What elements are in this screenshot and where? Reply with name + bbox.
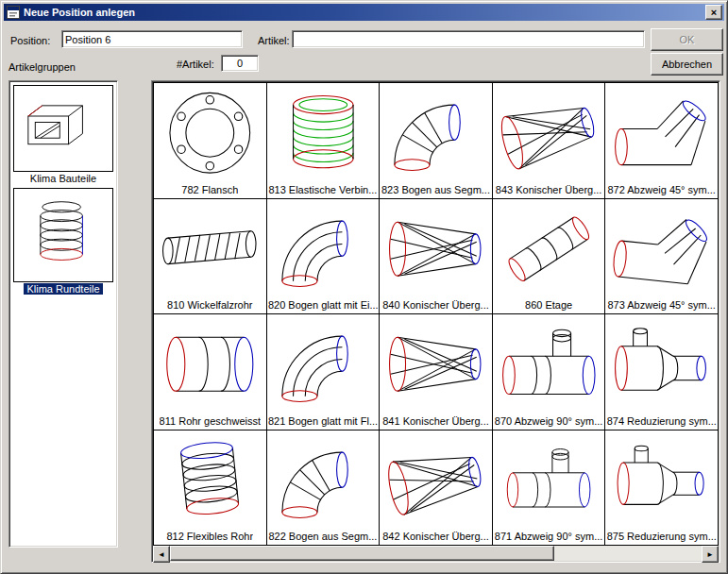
article-grid: 782 Flansch 813 Elastische Verbin... 823… [153,82,719,546]
article-cell[interactable]: 843 Konischer Überg... [493,83,606,199]
article-label: 812 Flexibles Rohr [166,530,253,544]
article-label: 872 Abzweig 45° sym... [607,183,715,197]
article-label: 821 Bogen glatt mit Fl... [268,414,378,429]
article-label: 842 Konischer Überg... [382,530,489,544]
artikelgruppen-label: Artikelgruppen [8,61,76,73]
article-label: 874 Reduzierung sym... [607,414,717,429]
article-cell[interactable]: 812 Flexibles Rohr [154,430,267,547]
branch-90-icon [493,430,605,531]
close-button[interactable]: × [705,5,722,20]
article-label: 870 Abzweig 90° sym... [495,414,602,429]
article-cell[interactable]: 822 Bogen aus Segm... [267,430,381,547]
article-cell[interactable]: 841 Konischer Überg... [380,314,493,430]
position-input[interactable] [61,30,243,48]
round-duct-icon [14,189,112,281]
segment-elbow-icon [267,430,380,531]
titlebar[interactable]: Neue Position anlegen × [4,4,724,21]
elastic-connector-icon [267,83,380,183]
article-label: 820 Bogen glatt mit Ei... [268,298,378,312]
artikelgruppen-list[interactable]: Klima Bauteile Klima Rundteile [8,80,118,548]
article-label: 810 Wickelfalzrohr [167,298,252,312]
segment-elbow-icon [380,83,492,183]
artikel-input[interactable] [292,30,645,48]
branch-45-icon [605,83,718,183]
article-cell[interactable]: 842 Konischer Überg... [380,430,493,547]
branch-90-icon [493,314,605,414]
article-cell[interactable]: 874 Reduzierung sym... [605,314,719,430]
article-label: 875 Reduzierung sym... [607,530,717,544]
article-label: 782 Flansch [181,183,238,197]
spiral-pipe-icon [154,199,266,299]
smooth-elbow-icon [267,314,380,414]
article-label: 823 Bogen aus Segm... [381,183,490,197]
article-cell[interactable]: 875 Reduzierung sym... [605,430,719,547]
smooth-elbow-icon [267,199,380,299]
article-label: 860 Etage [525,298,572,312]
article-label: 811 Rohr geschweisst [160,414,261,429]
article-cell[interactable]: 823 Bogen aus Segm... [380,83,493,199]
artikel-count-value: 0 [221,55,259,72]
window-title: Neue Position anlegen [24,7,705,18]
scroll-left-button[interactable]: ◄ [153,546,170,563]
dialog-window: Neue Position anlegen × Position: Artike… [0,0,728,574]
article-label: 822 Bogen aus Segm... [268,530,377,544]
welded-pipe-icon [154,314,266,414]
scroll-right-button[interactable]: ► [702,546,719,563]
flange-icon [154,83,266,183]
ok-button[interactable]: OK [651,28,723,51]
position-label: Position: [10,35,50,46]
abbrechen-button[interactable]: Abbrechen [651,53,723,76]
rect-duct-icon [14,86,112,171]
article-grid-panel: 782 Flansch 813 Elastische Verbin... 823… [151,80,720,563]
article-cell[interactable]: 873 Abzweig 45° sym... [605,199,719,315]
group-item-klima-bauteile[interactable] [13,85,113,172]
artikel-count-label: #Artikel: [177,59,214,70]
scrollbar-thumb[interactable] [170,546,554,561]
window-icon [7,6,20,19]
article-cell[interactable]: 820 Bogen glatt mit Ei... [267,199,381,315]
article-cell[interactable]: 811 Rohr geschweisst [154,314,267,430]
article-label: 871 Abzweig 90° sym... [495,530,602,544]
article-label: 841 Konischer Überg... [382,414,489,429]
branch-45-icon [605,199,718,299]
reducer-icon [605,314,718,414]
article-cell[interactable]: 872 Abzweig 45° sym... [605,83,719,199]
article-cell[interactable]: 813 Elastische Verbin... [267,83,381,199]
horizontal-scrollbar[interactable]: ◄ ► [153,546,719,561]
article-label: 873 Abzweig 45° sym... [607,298,715,312]
group-label-klima-rundteile[interactable]: Klima Rundteile [9,283,117,295]
group-label-klima-bauteile[interactable]: Klima Bauteile [9,173,117,184]
conical-transition-icon [493,83,605,183]
article-cell[interactable]: 821 Bogen glatt mit Fl... [267,314,381,430]
conical-transition-icon [380,199,492,299]
article-cell[interactable]: 840 Konischer Überg... [380,199,493,315]
article-cell[interactable]: 871 Abzweig 90° sym... [493,430,606,547]
artikel-label: Artikel: [258,35,290,46]
article-cell[interactable]: 782 Flansch [154,83,267,199]
article-cell[interactable]: 810 Wickelfalzrohr [154,199,267,315]
group-item-klima-rundteile[interactable] [13,188,113,282]
offset-etage-icon [493,199,605,299]
conical-transition-icon [380,430,492,531]
article-cell[interactable]: 860 Etage [493,199,606,315]
reducer-icon [605,430,718,531]
article-label: 840 Konischer Überg... [382,298,489,312]
article-label: 843 Konischer Überg... [496,183,602,197]
article-cell[interactable]: 870 Abzweig 90° sym... [493,314,606,430]
flexible-pipe-icon [154,430,266,531]
article-label: 813 Elastische Verbin... [268,183,377,197]
conical-transition-icon [380,314,492,414]
scrollbar-track[interactable] [170,546,702,561]
